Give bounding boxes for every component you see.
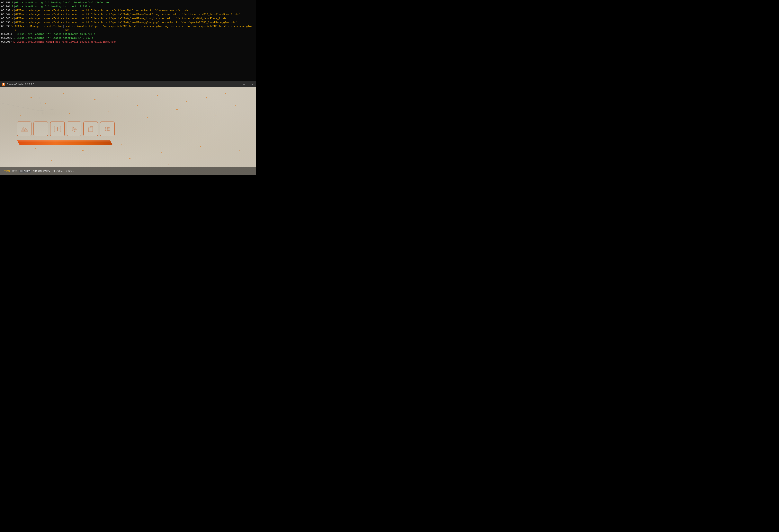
svg-line-1 — [39, 107, 59, 111]
log-module: GELua.levelLoading — [15, 5, 43, 9]
dust-particle — [176, 109, 178, 110]
keyboard-icon — [20, 170, 22, 172]
log-module: GFXTextureManager::createTexture — [15, 9, 64, 12]
window-title: BeamNG.tech - 0.22.2.0 — [7, 83, 243, 86]
log-timestamp: 05.830 — [1, 9, 12, 12]
log-level: W — [12, 17, 13, 20]
log-message: *** Loaded datablocks in 0.203 s — [46, 32, 95, 36]
beamng-window: B BeamNG.tech - 0.22.2.0 ─ □ ✕ — [0, 81, 256, 175]
svg-rect-21 — [38, 126, 44, 132]
svg-line-12 — [39, 97, 49, 117]
tips-bar: TIPS: 按住 LSHIFT 可快速移动镜头（部分镜头不支持）。 — [0, 167, 256, 175]
dust-particle — [157, 95, 158, 96]
log-timestamp: 005.967 — [1, 40, 13, 44]
log-timestamp: 005.964 — [1, 32, 13, 36]
svg-line-0 — [0, 103, 39, 111]
svg-point-39 — [105, 130, 106, 131]
dust-particle — [108, 111, 109, 112]
log-module: GELua.levelLoading — [15, 1, 43, 5]
load-icon-cursor — [67, 121, 81, 136]
log-message: texture invalid filepath 'art/special/BN… — [66, 17, 228, 20]
log-module: GFXTextureManager::createTexture — [15, 17, 64, 20]
log-line: 05.830 W|GFXTextureManager::createTextur… — [1, 9, 255, 12]
tips-text: 按住 LSHIFT 可快速移动镜头（部分镜头不支持）。 — [12, 169, 76, 173]
load-icon-terrain — [34, 121, 48, 136]
log-level: I — [12, 1, 13, 5]
log-message: Could not find level: levels/asfault/inf… — [46, 40, 116, 44]
crack-overlay — [0, 87, 59, 117]
svg-point-40 — [107, 130, 108, 131]
log-module: GELua.levelLoading — [17, 40, 44, 44]
svg-point-37 — [107, 128, 108, 129]
log-line: 005.966 I|GELua.levelLoading|*** Loaded … — [1, 36, 255, 40]
log-module: GFXTextureManager::createTexture — [15, 20, 64, 24]
dust-particle — [90, 162, 91, 162]
dust-particle — [118, 96, 118, 97]
dust-particle — [200, 146, 201, 147]
log-module: GFXTextureManager::createTexture — [15, 12, 64, 16]
log-timestamp: 05.758 — [1, 1, 12, 5]
load-icon-mountain — [17, 121, 32, 136]
dust-particle — [216, 115, 216, 115]
dust-particle — [205, 97, 207, 99]
dust-particle — [147, 117, 148, 118]
log-timestamp: 05.893 — [1, 20, 12, 24]
log-level: W — [12, 9, 13, 12]
lshift-key-badge: LSHIFT — [19, 170, 31, 173]
log-timestamp: 05.761 — [1, 5, 12, 9]
log-level: W — [12, 20, 13, 24]
log-line: 005.967 E|GELua.levelLoading|Could not f… — [1, 40, 255, 44]
dust-particle — [82, 150, 83, 151]
svg-point-41 — [108, 130, 110, 131]
maximize-button[interactable]: □ — [247, 83, 250, 86]
log-timestamp: 05.895 — [1, 24, 11, 32]
log-level: W — [11, 24, 13, 32]
log-line: 005.964 I|GELua.levelLoading|*** Loaded … — [1, 32, 255, 36]
log-level: I — [13, 36, 15, 40]
dust-particle — [69, 113, 70, 114]
log-level: E — [13, 40, 15, 44]
log-line: 05.846 W|GFXTextureManager::createTextur… — [1, 17, 255, 20]
svg-rect-29 — [88, 128, 93, 132]
dust-particle — [45, 103, 46, 104]
log-line: 05.761 I|GELua.levelLoading|*** Loading … — [1, 5, 255, 9]
tips-label: TIPS: — [4, 170, 11, 173]
terminal-log: 05.758 I|GELua.levelLoading|*** loading … — [0, 0, 256, 81]
log-timestamp: 005.966 — [1, 36, 13, 40]
log-line: 05.758 I|GELua.levelLoading|*** loading … — [1, 1, 255, 5]
log-message: texture invalid filepath 'art/special/BN… — [65, 24, 255, 32]
log-message: texture invalid filepath '/core/art/warn… — [66, 9, 190, 12]
minimize-button[interactable]: ─ — [243, 83, 245, 86]
log-message: texture invalid filepath 'art/special/BN… — [66, 12, 240, 16]
log-timestamp: 05.846 — [1, 17, 12, 20]
dust-particle — [186, 101, 187, 102]
dust-particle — [94, 99, 96, 100]
dust-particle — [235, 105, 236, 106]
log-level: W — [12, 12, 13, 16]
svg-point-33 — [105, 127, 106, 128]
tips-prefix: 按住 — [12, 169, 17, 172]
load-icon-box — [83, 121, 98, 136]
svg-marker-30 — [88, 127, 93, 128]
lshift-label: LSHIFT — [22, 170, 30, 172]
log-module: GELua.levelLoading — [17, 32, 44, 36]
svg-point-36 — [105, 128, 106, 129]
log-line: 05.893 W|GFXTextureManager::createTextur… — [1, 20, 255, 24]
window-controls: ─ □ ✕ — [243, 83, 254, 86]
dust-particle — [20, 115, 21, 116]
titlebar: B BeamNG.tech - 0.22.2.0 ─ □ ✕ — [0, 81, 256, 87]
dust-particle — [63, 93, 64, 94]
svg-point-38 — [108, 128, 110, 129]
loading-icons-row — [17, 121, 115, 136]
dust-particle — [137, 105, 138, 106]
log-level: I — [12, 5, 13, 9]
close-button[interactable]: ✕ — [251, 83, 254, 86]
dust-particle — [239, 150, 240, 151]
load-icon-grid — [100, 121, 115, 136]
log-message: *** loading level: levels/asfault/info.j… — [45, 1, 110, 5]
dust-particle — [169, 164, 169, 165]
dust-particle — [51, 160, 52, 161]
load-icon-plus — [50, 121, 65, 136]
dust-particle — [129, 158, 130, 159]
log-module: GFXTextureManager::createTexture — [15, 24, 63, 32]
